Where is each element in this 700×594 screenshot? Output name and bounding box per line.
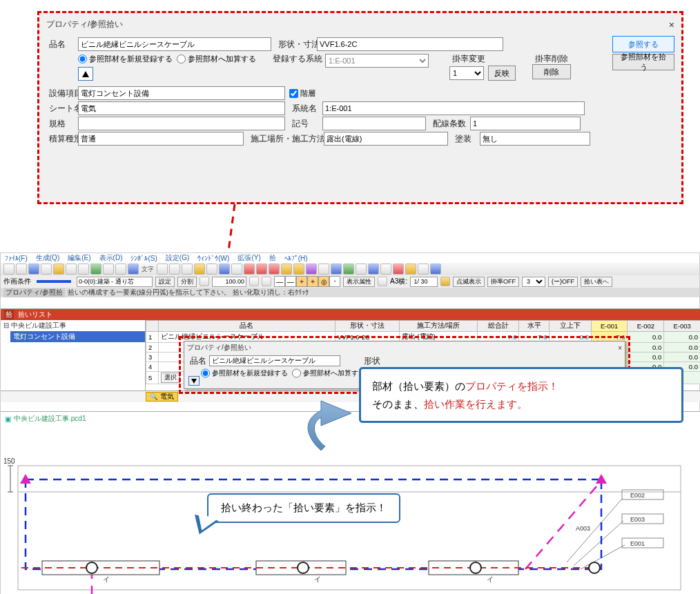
symbol-input[interactable] xyxy=(322,117,426,130)
menu-ext[interactable]: 拡張(Y) xyxy=(237,253,260,263)
spec-input[interactable] xyxy=(78,117,285,130)
snap-seg[interactable]: ＋ xyxy=(296,276,307,287)
menu-edit[interactable]: 編集(E) xyxy=(68,253,90,263)
toolbar-icon[interactable] xyxy=(368,264,379,275)
split-button[interactable]: 分割 xyxy=(177,277,197,287)
reference-button[interactable]: 参照する xyxy=(612,36,674,52)
menu-setting[interactable]: 設定(G) xyxy=(166,253,189,263)
toolbar-icon[interactable] xyxy=(200,277,209,286)
toolbar-icon[interactable] xyxy=(356,264,367,275)
toolbar-icon[interactable] xyxy=(269,264,280,275)
col-e002[interactable]: E-002 xyxy=(628,321,664,332)
menu-help[interactable]: ﾍﾙﾌﾟ(H) xyxy=(284,255,308,262)
toolbar-icon[interactable] xyxy=(103,264,114,275)
toolbar-icon[interactable] xyxy=(418,264,429,275)
toolbar-icon[interactable] xyxy=(206,264,217,275)
col-horiz[interactable]: 水平 xyxy=(519,321,550,332)
toolbar-icon[interactable] xyxy=(53,264,64,275)
mini-expand-toggle[interactable] xyxy=(188,376,200,386)
toolbar-icon[interactable] xyxy=(380,264,391,275)
zoom-input[interactable] xyxy=(212,277,246,287)
col-name[interactable]: 品名 xyxy=(159,321,336,332)
toolbar-icon[interactable] xyxy=(262,277,271,286)
display-attr-button[interactable]: 表示属性 xyxy=(343,277,375,287)
layer-input[interactable] xyxy=(77,277,153,287)
menu-generate[interactable]: 生成(Q) xyxy=(36,253,59,263)
blink-display-button[interactable]: 点滅表示 xyxy=(453,277,485,287)
snap-seg[interactable]: ＋ xyxy=(307,276,318,287)
menu-window[interactable]: ｳｨﾝﾄﾞｳ(W) xyxy=(197,255,229,262)
tree-item-selected[interactable]: 電灯コンセント設備 xyxy=(10,331,145,342)
col-e001[interactable]: E-001 xyxy=(591,321,628,332)
mini-radio-add[interactable]: 参照部材へ加算する xyxy=(292,368,365,379)
menu-view[interactable]: 表示(D) xyxy=(99,253,123,263)
toolbar-icon[interactable] xyxy=(28,264,39,275)
menu-pick[interactable]: 拾 xyxy=(269,253,276,263)
snap-seg[interactable]: ― xyxy=(285,276,296,287)
radio-add-input[interactable] xyxy=(177,55,186,63)
col-total[interactable]: 総合計 xyxy=(478,321,519,332)
floor-checkbox[interactable]: 階層 xyxy=(289,88,315,99)
snap-seg[interactable]: ・ xyxy=(329,276,340,287)
col-vert[interactable]: 立上下 xyxy=(550,321,591,332)
toolbar-icon[interactable] xyxy=(219,264,230,275)
paren-off-button[interactable]: (ー)OFF xyxy=(548,277,578,287)
toolbar-icon[interactable] xyxy=(256,264,267,275)
toolbar-icon[interactable] xyxy=(115,264,126,275)
method-input[interactable] xyxy=(324,132,448,146)
toolbar-icon[interactable] xyxy=(318,264,329,275)
toolbar-icon[interactable] xyxy=(231,264,242,275)
toolbar-icon[interactable] xyxy=(281,264,292,275)
line-style-preview[interactable] xyxy=(37,280,71,283)
toolbar-icon[interactable] xyxy=(169,264,180,275)
delete-button[interactable]: 削除 xyxy=(532,64,571,79)
reflect-button[interactable]: 反映 xyxy=(488,66,516,81)
select-row-button[interactable]: 選択 xyxy=(161,373,180,383)
rate-select[interactable]: 1 xyxy=(449,66,484,80)
toolbar-icon[interactable] xyxy=(3,264,14,275)
toolbar-icon[interactable] xyxy=(430,264,441,275)
menu-symbol[interactable]: ｼﾝﾎﾞﾙ(S) xyxy=(130,255,157,262)
systemname-input[interactable] xyxy=(322,101,585,115)
close-icon[interactable]: × xyxy=(669,19,674,30)
toolbar-icon[interactable] xyxy=(306,264,317,275)
col-shape[interactable]: 形状・寸法 xyxy=(335,321,399,332)
settings-button[interactable]: 設定 xyxy=(155,277,175,287)
toolbar-icon[interactable] xyxy=(41,264,52,275)
rate-value-select[interactable]: 3 xyxy=(522,277,545,287)
floor-checkbox-input[interactable] xyxy=(289,89,298,98)
shape-input[interactable] xyxy=(317,37,503,51)
menu-file[interactable]: ﾌｧｲﾙ(F) xyxy=(5,255,28,262)
esttype-input[interactable] xyxy=(78,132,244,146)
pick-reference-button[interactable]: 参照部材を拾う xyxy=(612,54,674,70)
col-e003[interactable]: E-003 xyxy=(664,321,700,332)
toolbar-icon[interactable] xyxy=(331,264,342,275)
sheet-input[interactable] xyxy=(78,101,285,115)
radio-new-input[interactable] xyxy=(78,55,87,63)
equip-input[interactable] xyxy=(78,86,285,100)
tree-root[interactable]: ⊟ 中央ビル建設工事 xyxy=(1,320,145,331)
rate-off-button[interactable]: 掛率OFF xyxy=(487,277,519,287)
toolbar-icon[interactable] xyxy=(343,264,354,275)
scale-input[interactable] xyxy=(410,277,438,287)
paint-input[interactable] xyxy=(480,132,590,146)
toolbar-icon[interactable] xyxy=(157,264,168,275)
toolbar-icon[interactable] xyxy=(440,277,450,286)
snap-seg[interactable]: ◎ xyxy=(318,276,329,287)
toolbar-icon[interactable] xyxy=(128,264,139,275)
snap-seg[interactable]: ― xyxy=(274,276,285,287)
toolbar-icon[interactable] xyxy=(194,264,205,275)
toolbar-icon[interactable] xyxy=(90,264,101,275)
toolbar-icon[interactable] xyxy=(182,264,193,275)
mini-radio-new[interactable]: 参照部材を新規登録する xyxy=(201,368,288,379)
product-input[interactable] xyxy=(78,37,271,51)
wirecount-input[interactable] xyxy=(470,117,581,130)
expand-toggle[interactable] xyxy=(78,67,93,81)
toolbar-icon[interactable] xyxy=(393,264,404,275)
toolbar-icon[interactable] xyxy=(405,264,416,275)
toolbar-icon[interactable] xyxy=(249,277,259,286)
to-picklist-button[interactable]: 拾い表へ xyxy=(581,277,612,287)
toolbar-icon[interactable] xyxy=(378,277,387,286)
toolbar-icon[interactable] xyxy=(293,264,304,275)
radio-add-register[interactable]: 参照部材へ加算する xyxy=(177,54,256,64)
